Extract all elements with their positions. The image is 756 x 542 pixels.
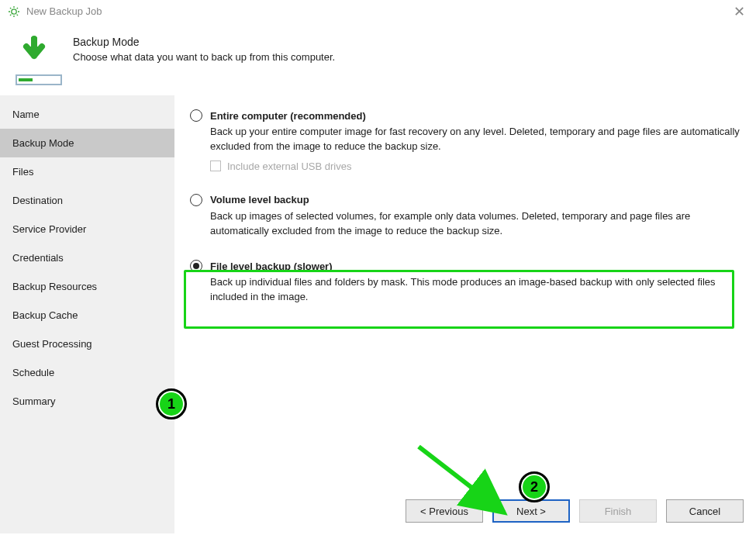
page-title: Backup Mode <box>73 36 335 48</box>
titlebar: New Backup Job ✕ <box>0 0 756 23</box>
wizard-footer: < Previous Next > Finish Cancel <box>406 499 744 523</box>
sidebar-item-backup-cache[interactable]: Backup Cache <box>0 301 174 330</box>
wizard-header: Backup Mode Choose what data you want to… <box>0 23 756 95</box>
sidebar-item-service-provider[interactable]: Service Provider <box>0 215 174 243</box>
option-volume-desc: Back up images of selected volumes, for … <box>210 209 744 239</box>
checkbox-box-icon <box>210 161 221 171</box>
backup-arrow-icon <box>16 36 62 85</box>
option-file-title: File level backup (slower) <box>210 261 333 272</box>
option-file-level: File level backup (slower) Back up indiv… <box>190 260 744 305</box>
checkbox-include-usb: Include external USB drives <box>210 161 744 172</box>
checkbox-include-usb-label: Include external USB drives <box>227 161 351 172</box>
options-panel: Entire computer (recommended) Back up yo… <box>174 95 756 533</box>
radio-entire-computer[interactable] <box>190 109 202 122</box>
sidebar-item-destination[interactable]: Destination <box>0 186 174 215</box>
option-file-desc: Back up individual files and folders by … <box>210 275 744 305</box>
window-title: New Backup Job <box>26 5 102 17</box>
sidebar-item-files[interactable]: Files <box>0 157 174 186</box>
sidebar-item-credentials[interactable]: Credentials <box>0 243 174 272</box>
sidebar-item-backup-mode[interactable]: Backup Mode <box>0 129 174 157</box>
option-entire-computer: Entire computer (recommended) Back up yo… <box>190 109 744 172</box>
sidebar-item-backup-resources[interactable]: Backup Resources <box>0 272 174 301</box>
finish-button: Finish <box>579 499 657 523</box>
sidebar-item-schedule[interactable]: Schedule <box>0 358 174 387</box>
sidebar-item-name[interactable]: Name <box>0 100 174 129</box>
cancel-button[interactable]: Cancel <box>666 499 744 523</box>
sidebar-item-guest-processing[interactable]: Guest Processing <box>0 330 174 358</box>
option-volume-level: Volume level backup Back up images of se… <box>190 194 744 239</box>
progress-bar-icon <box>16 74 62 85</box>
option-entire-desc: Back up your entire computer image for f… <box>210 125 744 154</box>
wizard-steps-sidebar: Name Backup Mode Files Destination Servi… <box>0 95 174 533</box>
app-gear-icon <box>8 5 20 18</box>
wizard-body: Name Backup Mode Files Destination Servi… <box>0 95 756 533</box>
previous-button[interactable]: < Previous <box>406 499 483 523</box>
svg-point-0 <box>12 9 16 13</box>
option-volume-title: Volume level backup <box>210 194 309 205</box>
sidebar-item-summary[interactable]: Summary <box>0 387 174 416</box>
radio-volume-level[interactable] <box>190 194 202 206</box>
option-entire-title: Entire computer (recommended) <box>210 110 366 122</box>
svg-rect-1 <box>31 37 37 50</box>
page-subtitle: Choose what data you want to back up fro… <box>73 51 335 63</box>
radio-file-level[interactable] <box>190 260 202 272</box>
close-icon[interactable]: ✕ <box>730 5 748 19</box>
next-button[interactable]: Next > <box>492 499 570 523</box>
